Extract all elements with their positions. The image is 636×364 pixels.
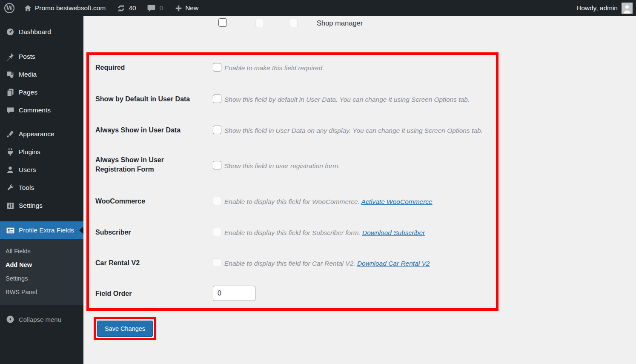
comment-bubble-icon <box>147 4 156 13</box>
dashboard-icon <box>6 27 15 37</box>
pages-icon <box>6 88 15 97</box>
field-description: Enable to display this field for Car Ren… <box>224 259 539 268</box>
comments-menu[interactable]: 0 <box>147 4 163 13</box>
plugin-icon <box>6 147 15 157</box>
download-subscriber-link[interactable]: Download Subscriber <box>362 229 425 236</box>
annotation-rectangle-settings <box>86 52 498 311</box>
save-changes-button[interactable]: Save Changes <box>97 321 153 337</box>
role-checkbox-2 <box>255 19 264 27</box>
field-label: Show by Default in User Data <box>95 95 204 104</box>
updates-icon <box>117 4 126 13</box>
submenu-item-all-fields[interactable]: All Fields <box>0 244 83 258</box>
show-by-default-checkbox[interactable] <box>213 95 221 103</box>
pushpin-icon <box>6 52 15 61</box>
current-menu-arrow-icon <box>79 226 83 234</box>
always-show-registration-checkbox[interactable] <box>213 161 221 169</box>
wrench-icon <box>6 183 15 192</box>
sidebar-item-label: Posts <box>19 53 35 60</box>
comments-icon <box>6 106 15 115</box>
activate-woocommerce-link[interactable]: Activate WooCommerce <box>361 198 433 205</box>
submenu-item-settings[interactable]: Settings <box>0 272 83 285</box>
sidebar-item-label: Tools <box>19 184 34 192</box>
sidebar-item-label: Plugins <box>19 148 40 156</box>
sidebar-item-plugins[interactable]: Plugins <box>0 143 83 161</box>
subscriber-checkbox <box>213 228 221 236</box>
sidebar-item-media[interactable]: Media <box>0 66 83 83</box>
comments-count: 0 <box>160 4 163 12</box>
updates-menu[interactable]: 40 <box>117 4 136 13</box>
collapse-menu-button[interactable]: Collapse menu <box>0 311 83 328</box>
role-row-shop-manager: Shop manager <box>83 18 636 29</box>
field-label: Field Order <box>95 289 204 298</box>
sidebar-item-profile-extra-fields[interactable]: Profile Extra Fields <box>0 221 83 239</box>
field-label: Always Show in User Registration Form <box>95 155 204 174</box>
role-checkbox-3 <box>289 19 298 27</box>
sidebar-item-pages[interactable]: Pages <box>0 83 83 101</box>
admin-sidebar: Dashboard Posts Media Pages Comments App… <box>0 16 83 364</box>
field-description: Show this field in User Data on any disp… <box>224 126 539 135</box>
always-show-user-data-checkbox[interactable] <box>213 126 221 134</box>
brush-icon <box>6 129 15 139</box>
car-rental-checkbox <box>213 258 221 267</box>
field-description: Show this field in user registration for… <box>224 161 539 170</box>
field-label: Required <box>95 63 204 72</box>
sliders-icon <box>6 201 15 210</box>
plus-icon <box>175 5 182 12</box>
main-content: Shop manager Required Enable to make thi… <box>83 16 636 364</box>
collapse-menu-label: Collapse menu <box>19 316 61 323</box>
field-order-input[interactable] <box>213 286 255 301</box>
wordpress-logo-icon[interactable]: W <box>4 3 14 13</box>
sidebar-item-label: Profile Extra Fields <box>19 226 74 234</box>
sidebar-item-dashboard[interactable]: Dashboard <box>0 23 83 41</box>
field-description: Enable to display this field for Subscri… <box>224 228 539 237</box>
submenu-item-add-new[interactable]: Add New <box>0 258 83 272</box>
woocommerce-checkbox <box>213 197 221 205</box>
new-label: New <box>185 4 198 12</box>
role-label: Shop manager <box>317 19 363 27</box>
annotation-rectangle-save: Save Changes <box>94 317 156 340</box>
home-icon <box>24 4 32 12</box>
sidebar-item-label: Settings <box>19 202 43 209</box>
field-description: Enable to display this field for WooComm… <box>224 197 539 206</box>
sidebar-item-label: Users <box>19 166 36 174</box>
site-name-label: Promo bestwebsoft.com <box>35 4 106 12</box>
submenu-item-bws-panel[interactable]: BWS Panel <box>0 285 83 299</box>
account-menu[interactable]: Howdy, admin <box>576 4 618 12</box>
sidebar-item-label: Media <box>19 71 37 78</box>
media-icon <box>6 70 15 79</box>
sidebar-item-label: Appearance <box>19 130 54 138</box>
field-label: Always Show in User Data <box>95 126 204 135</box>
field-label: Car Rental V2 <box>95 258 204 268</box>
sidebar-item-users[interactable]: Users <box>0 161 83 179</box>
field-label: Subscriber <box>95 228 204 237</box>
field-description: Show this field by default in User Data.… <box>224 95 539 104</box>
sidebar-item-settings[interactable]: Settings <box>0 197 83 215</box>
new-menu[interactable]: New <box>175 4 198 12</box>
sidebar-item-label: Dashboard <box>19 28 51 36</box>
sidebar-item-label: Pages <box>19 89 37 96</box>
id-card-icon <box>6 226 15 235</box>
avatar[interactable] <box>622 3 633 14</box>
sidebar-item-label: Comments <box>19 106 51 114</box>
user-icon <box>6 165 15 175</box>
required-checkbox[interactable] <box>213 63 221 72</box>
sidebar-item-posts[interactable]: Posts <box>0 48 83 66</box>
sidebar-item-tools[interactable]: Tools <box>0 179 83 197</box>
site-name-menu[interactable]: Promo bestwebsoft.com <box>24 4 106 12</box>
profile-extra-fields-submenu: All Fields Add New Settings BWS Panel <box>0 239 83 305</box>
download-car-rental-link[interactable]: Download Car Rental V2 <box>357 260 430 267</box>
role-checkbox-1[interactable] <box>218 18 227 27</box>
sidebar-item-appearance[interactable]: Appearance <box>0 125 83 143</box>
sidebar-item-comments[interactable]: Comments <box>0 101 83 119</box>
admin-bar: W Promo bestwebsoft.com 40 0 New Howd <box>0 0 636 16</box>
collapse-arrow-icon <box>6 315 15 324</box>
field-label: WooCommerce <box>95 197 204 206</box>
updates-count: 40 <box>129 4 136 12</box>
field-description: Enable to make this field required. <box>224 63 539 72</box>
